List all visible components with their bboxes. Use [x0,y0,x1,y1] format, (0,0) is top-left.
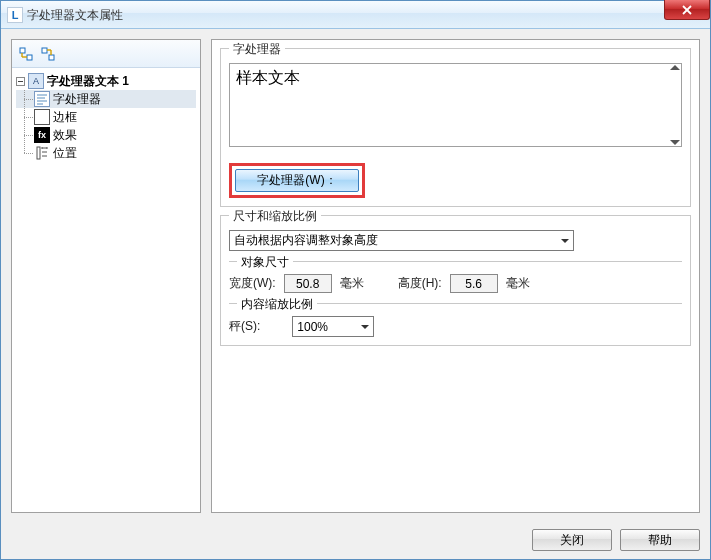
size-mode-combo[interactable]: 自动根据内容调整对象高度 [229,230,574,251]
group-legend: 字处理器 [229,41,285,58]
sample-text: 样本文本 [236,69,300,86]
dialog-window: L 字处理器文本属性 [0,0,711,560]
subgroup-object-size: 对象尺寸 宽度(W): 毫米 高度(H): 毫米 [229,261,682,293]
height-input[interactable] [450,274,498,293]
subgroup-legend: 内容缩放比例 [237,296,317,313]
group-size-scale: 尺寸和缩放比例 自动根据内容调整对象高度 对象尺寸 宽度(W): 毫米 [220,215,691,346]
svg-rect-7 [49,55,54,60]
border-icon [34,109,50,125]
app-icon: L [7,7,23,23]
tree-item-effects[interactable]: fx 效果 [16,126,196,144]
width-input[interactable] [284,274,332,293]
subgroup-legend: 对象尺寸 [237,254,293,271]
svg-rect-14 [37,147,40,159]
left-toolbar [12,40,200,68]
group-legend: 尺寸和缩放比例 [229,208,321,225]
effects-icon: fx [34,127,50,143]
toolbar-collapse-button[interactable] [38,44,58,64]
position-icon [34,145,50,161]
close-icon [682,5,692,15]
width-unit: 毫米 [340,275,364,292]
svg-rect-3 [27,55,32,60]
tree-item-label: 字处理器 [53,91,101,108]
dialog-footer: 关闭 帮助 [532,529,700,551]
scale-combo[interactable]: 100% [292,316,374,337]
subgroup-content-scale: 内容缩放比例 秤(S): 100% [229,303,682,337]
tree-item-position[interactable]: 位置 [16,144,196,162]
svg-rect-2 [20,48,25,53]
titlebar: L 字处理器文本属性 [1,1,710,29]
scale-label: 秤(S): [229,318,260,335]
svg-rect-6 [42,48,47,53]
group-wordprocessor: 字处理器 样本文本 字处理器(W)： [220,48,691,207]
tree-root-label: 字处理器文本 1 [47,73,129,90]
wordprocessor-icon [34,91,50,107]
tree-item-label: 效果 [53,127,77,144]
right-panel: 字处理器 样本文本 字处理器(W)： [211,39,700,513]
tree-item-label: 边框 [53,109,77,126]
text-object-icon [28,73,44,89]
chevron-down-icon [561,239,569,243]
height-label: 高度(H): [398,275,442,292]
wordprocessor-button[interactable]: 字处理器(W)： [235,169,359,192]
scroll-down-icon[interactable] [670,140,680,145]
tree-expander[interactable] [16,77,25,86]
height-unit: 毫米 [506,275,530,292]
property-tree: 字处理器文本 1 字处理器 边框 [12,68,200,512]
highlighted-button-frame: 字处理器(W)： [229,163,365,198]
combo-value: 自动根据内容调整对象高度 [234,232,378,249]
toolbar-expand-button[interactable] [16,44,36,64]
window-title: 字处理器文本属性 [27,1,123,29]
chevron-down-icon [361,325,369,329]
tree-item-wordprocessor[interactable]: 字处理器 [16,90,196,108]
close-button[interactable] [664,0,710,20]
scroll-up-icon[interactable] [670,65,680,70]
dialog-body: 字处理器文本 1 字处理器 边框 [1,29,710,559]
tree-item-border[interactable]: 边框 [16,108,196,126]
combo-value: 100% [297,320,328,334]
collapse-icon [41,47,55,61]
help-button[interactable]: 帮助 [620,529,700,551]
width-label: 宽度(W): [229,275,276,292]
tree-item-label: 位置 [53,145,77,162]
close-dialog-button[interactable]: 关闭 [532,529,612,551]
tree-root[interactable]: 字处理器文本 1 [16,72,196,90]
left-panel: 字处理器文本 1 字处理器 边框 [11,39,201,513]
expand-icon [19,47,33,61]
sample-text-area[interactable]: 样本文本 [229,63,682,147]
